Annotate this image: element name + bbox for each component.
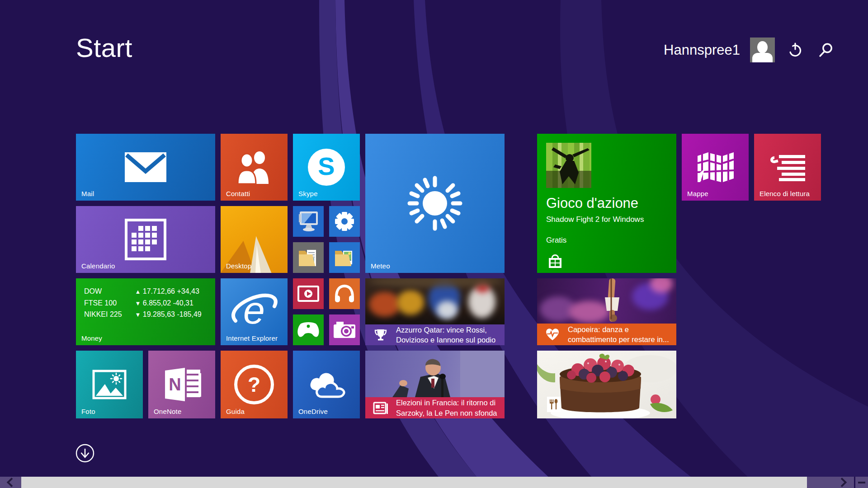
game-category-title: Gioco d'azione xyxy=(546,195,638,211)
tile-mail[interactable]: Mail xyxy=(76,134,215,201)
tile-internet-explorer[interactable]: e Internet Explorer xyxy=(221,278,288,345)
semantic-zoom-button[interactable] xyxy=(855,477,868,488)
stock-row: FTSE 100 ▼ 6.855,02 -40,31 xyxy=(84,297,202,309)
folder-documents-icon xyxy=(293,242,324,273)
search-button[interactable] xyxy=(816,40,836,61)
scroll-left-button[interactable] xyxy=(0,477,21,488)
stock-name: FTSE 100 xyxy=(84,297,133,309)
sun-icon xyxy=(365,134,505,273)
scroll-down-button[interactable] xyxy=(75,443,95,465)
tile-label: Mail xyxy=(81,190,94,197)
france-news-photo xyxy=(365,351,505,397)
user-avatar[interactable] xyxy=(750,38,775,62)
camera-icon xyxy=(329,314,360,345)
stock-change: +34,43 xyxy=(177,287,199,295)
tile-france-news[interactable]: Elezioni in Francia: il ritorno di Sarzo… xyxy=(365,351,505,418)
tile-store-game[interactable]: Gioco d'azione Shadow Fight 2 for Window… xyxy=(537,134,676,273)
game-thumbnail xyxy=(546,143,591,188)
heart-pulse-icon xyxy=(537,328,568,341)
tile-reading-list[interactable]: Elenco di lettura xyxy=(754,134,821,201)
game-name: Shadow Fight 2 for Windows xyxy=(546,215,644,224)
tile-onenote[interactable]: N OneNote xyxy=(148,351,215,418)
tile-foto[interactable]: Foto xyxy=(76,351,143,418)
tile-label: Foto xyxy=(81,408,95,415)
up-arrow-icon: ▲ xyxy=(135,288,141,295)
horizontal-scrollbar[interactable] xyxy=(0,477,868,488)
stock-value: 19.285,63 xyxy=(143,310,175,318)
tile-label: OneDrive xyxy=(298,408,328,415)
tile-label: Guida xyxy=(226,408,245,415)
health-news-photo xyxy=(537,278,676,324)
power-icon xyxy=(787,42,803,58)
tile-label: Contatti xyxy=(226,190,250,197)
tile-pictures-folder[interactable] xyxy=(329,242,360,273)
tile-money[interactable]: DOW ▲ 17.712,66 +34,43 FTSE 100 ▼ 6.855,… xyxy=(76,278,215,345)
question-mark: ? xyxy=(248,374,260,395)
minus-icon xyxy=(858,482,865,483)
tile-documents-folder[interactable] xyxy=(293,242,324,273)
tile-calendario[interactable]: Calendario xyxy=(76,206,215,273)
tile-meteo[interactable]: Meteo xyxy=(365,134,505,273)
trophy-icon xyxy=(365,328,396,342)
france-news-bar: Elezioni in Francia: il ritorno di Sarzo… xyxy=(365,397,505,418)
chevron-left-icon xyxy=(7,478,16,487)
tile-label: Meteo xyxy=(371,262,390,270)
tile-music[interactable] xyxy=(329,278,360,309)
fork-spoon-icon xyxy=(549,399,559,410)
tile-label: Money xyxy=(81,334,102,342)
tile-label: Internet Explorer xyxy=(226,334,278,342)
stock-row: NIKKEI 225 ▼ 19.285,63 -185,49 xyxy=(84,309,202,320)
food-badge xyxy=(547,397,561,412)
store-bag-icon xyxy=(546,252,564,272)
tile-label: Elenco di lettura xyxy=(760,190,810,197)
tile-guida[interactable]: ? Guida xyxy=(221,351,288,418)
stock-value: 6.855,02 xyxy=(143,299,171,307)
avatar-head xyxy=(757,41,768,53)
tile-label: Desktop xyxy=(226,262,251,270)
stock-name: DOW xyxy=(84,286,133,297)
tile-computer[interactable] xyxy=(293,206,324,237)
stock-name: NIKKEI 225 xyxy=(84,309,133,320)
skype-letter: S xyxy=(318,154,335,179)
avatar-body xyxy=(752,53,773,62)
tile-camera[interactable] xyxy=(329,314,360,345)
tile-health-news[interactable]: Capoeira: danza e combattimento per rest… xyxy=(537,278,676,345)
stock-change: -185,49 xyxy=(177,310,201,318)
tile-skype[interactable]: S Skype xyxy=(293,134,360,201)
scrollbar-thumb[interactable] xyxy=(21,477,807,488)
mail-icon xyxy=(76,134,215,201)
down-arrow-icon: ▼ xyxy=(135,311,141,318)
scroll-right-button[interactable] xyxy=(832,477,854,488)
start-screen: Start Hannspree1 Mail xyxy=(0,0,868,488)
tile-mappe[interactable]: Mappe xyxy=(682,134,749,201)
tile-sport-news[interactable]: Azzurro Qatar: vince Rossi, Dovizioso e … xyxy=(365,278,505,345)
tile-label: Calendario xyxy=(81,262,115,270)
down-arrow-icon: ▼ xyxy=(135,300,141,307)
tile-settings[interactable] xyxy=(329,206,360,237)
page-title: Start xyxy=(76,33,132,63)
stock-quotes: DOW ▲ 17.712,66 +34,43 FTSE 100 ▼ 6.855,… xyxy=(84,286,202,320)
stock-change: -40,31 xyxy=(173,299,193,307)
tile-video[interactable] xyxy=(293,278,324,309)
headline-text: Capoeira: danza e combattimento per rest… xyxy=(568,324,676,345)
gear-icon xyxy=(329,206,360,237)
tile-onedrive[interactable]: OneDrive xyxy=(293,351,360,418)
stock-value: 17.712,66 xyxy=(143,287,175,295)
tile-contatti[interactable]: Contatti xyxy=(221,134,288,201)
user-area[interactable]: Hannspree1 xyxy=(664,38,836,62)
tile-label: Mappe xyxy=(687,190,708,197)
sport-news-bar: Azzurro Qatar: vince Rossi, Dovizioso e … xyxy=(365,324,505,345)
folder-pictures-icon xyxy=(329,242,360,273)
computer-icon xyxy=(293,206,324,237)
tile-desktop[interactable]: Desktop xyxy=(221,206,288,273)
tile-label: OneNote xyxy=(154,408,181,415)
power-button[interactable] xyxy=(785,40,806,61)
tile-label: Skype xyxy=(298,190,318,197)
tile-food-news[interactable] xyxy=(537,351,676,418)
svg-text:N: N xyxy=(169,375,181,394)
down-arrow-circle-icon xyxy=(75,443,95,463)
tile-games[interactable] xyxy=(293,314,324,345)
user-name[interactable]: Hannspree1 xyxy=(664,42,740,58)
headphones-icon xyxy=(329,278,360,309)
sport-news-photo xyxy=(365,278,505,324)
